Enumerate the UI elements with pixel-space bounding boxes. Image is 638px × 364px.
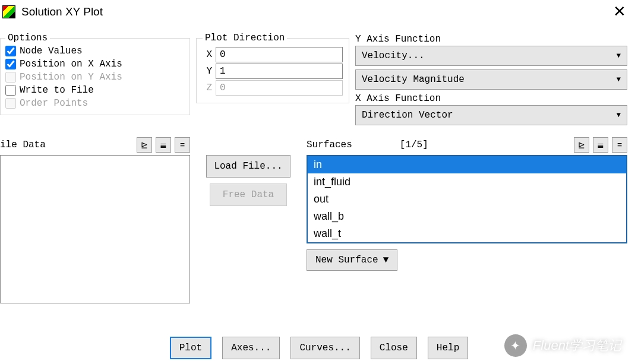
plot-button-label: Plot [179,343,202,353]
load-file-label: Load File... [214,161,282,172]
plot-button[interactable]: Plot [170,337,211,359]
close-button-label: Close [380,343,408,353]
options-legend: Options [5,33,50,43]
window-title: Solution XY Plot [21,5,103,18]
file-data-listbox[interactable] [0,155,190,303]
surfaces-filter-icon[interactable]: ⊵ [574,137,589,153]
chevron-down-icon: ▼ [383,255,389,265]
surfaces-listbox[interactable]: in int_fluid out wall_b wall_t [307,155,627,243]
surfaces-label: Surfaces [307,140,352,150]
new-surface-label: New Surface [315,255,378,265]
list-item[interactable]: in [308,156,626,173]
position-x-checkbox[interactable] [5,59,16,69]
write-file-checkbox[interactable] [5,85,16,96]
list-item[interactable]: wall_b [308,208,626,225]
curves-button-label: Curves... [299,343,350,353]
chevron-down-icon: ▼ [617,111,621,119]
order-points-checkbox [5,98,16,109]
options-group: Options Node Values Position on X Axis P… [0,33,190,115]
help-button[interactable]: Help [428,337,468,359]
file-data-label: ile Data [0,140,46,150]
surfaces-deselect-icon[interactable]: = [612,137,627,153]
list-item[interactable]: int_fluid [308,173,626,191]
plotdir-z-label: Z [203,83,212,93]
position-x-label: Position on X Axis [20,59,122,69]
filedata-selectall-icon[interactable]: ≣ [156,137,171,153]
node-values-label: Node Values [20,46,83,56]
x-axis-value: Direction Vector [362,110,453,121]
free-data-label: Free Data [223,189,274,200]
x-axis-dropdown[interactable]: Direction Vector ▼ [355,105,627,125]
surfaces-selectall-icon[interactable]: ≣ [593,137,608,153]
write-file-label: Write to File [20,85,94,96]
y-axis-category-value: Velocity... [362,50,425,61]
new-surface-button[interactable]: New Surface ▼ [307,249,397,271]
close-icon[interactable]: ✕ [607,2,632,21]
x-axis-label: X Axis Function [355,93,627,104]
y-axis-variable-dropdown[interactable]: Velocity Magnitude ▼ [355,69,627,90]
plotdir-z-input [216,80,343,96]
plotdir-x-input[interactable] [216,47,343,62]
axes-button-label: Axes... [231,343,271,353]
chevron-down-icon: ▼ [617,52,621,60]
load-file-button[interactable]: Load File... [206,155,290,178]
plotdir-y-input[interactable] [216,64,343,79]
help-button-label: Help [437,343,459,353]
y-axis-category-dropdown[interactable]: Velocity... ▼ [355,46,627,66]
plotdir-x-label: X [203,49,212,60]
close-button[interactable]: Close [371,337,417,359]
filedata-filter-icon[interactable]: ⊵ [137,137,152,153]
node-values-checkbox[interactable] [5,46,16,56]
position-y-checkbox [5,72,16,83]
filedata-deselect-icon[interactable]: = [175,137,190,153]
plotdir-y-label: Y [203,66,212,77]
position-y-label: Position on Y Axis [20,72,122,83]
plot-direction-group: Plot Direction X Y Z [196,33,349,103]
plot-direction-legend: Plot Direction [203,33,287,43]
app-icon [2,5,15,18]
surfaces-count: [1/5] [400,140,428,150]
y-axis-variable-value: Velocity Magnitude [362,74,465,85]
curves-button[interactable]: Curves... [290,337,359,359]
chevron-down-icon: ▼ [617,75,621,84]
order-points-label: Order Points [20,98,88,109]
list-item[interactable]: out [308,191,626,208]
y-axis-label: Y Axis Function [355,34,627,45]
axes-button[interactable]: Axes... [222,337,280,359]
free-data-button: Free Data [210,183,287,206]
list-item[interactable]: wall_t [308,225,626,242]
